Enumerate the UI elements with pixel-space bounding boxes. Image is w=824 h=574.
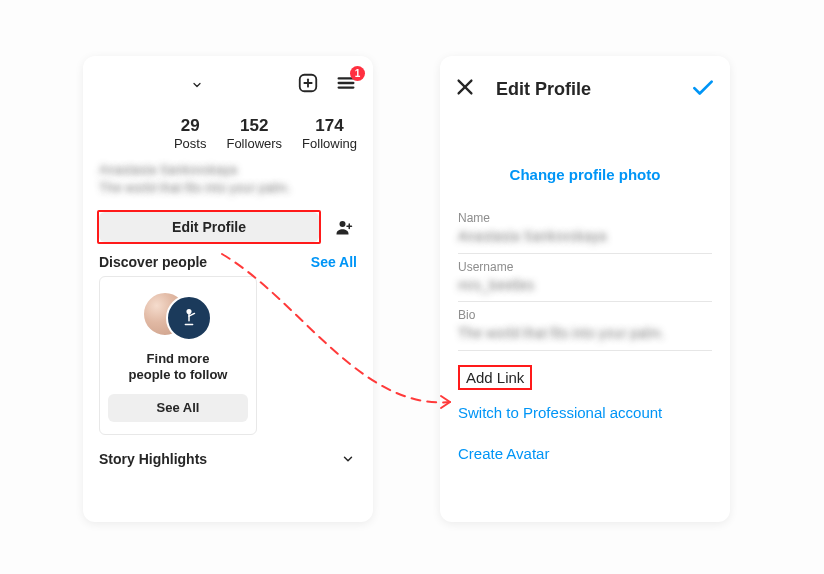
notification-badge: 1 bbox=[350, 66, 365, 81]
field-label: Username bbox=[458, 260, 712, 274]
stat-posts[interactable]: 29 Posts bbox=[174, 116, 207, 151]
discover-people-button[interactable] bbox=[329, 212, 359, 242]
discover-card: Find more people to follow See All bbox=[99, 276, 257, 435]
stat-label: Following bbox=[302, 136, 357, 151]
field-value: Anastasia Sankovskaya bbox=[458, 227, 712, 247]
edit-profile-header: Edit Profile bbox=[440, 68, 730, 114]
stat-count: 152 bbox=[226, 116, 282, 136]
see-all-button[interactable]: See All bbox=[108, 394, 248, 422]
stat-count: 29 bbox=[174, 116, 207, 136]
confirm-button[interactable] bbox=[690, 74, 716, 104]
profile-bio: Anastasia Sankovskaya The world that fit… bbox=[93, 161, 363, 202]
stat-count: 174 bbox=[302, 116, 357, 136]
account-switcher[interactable] bbox=[97, 79, 297, 91]
create-avatar-link[interactable]: Create Avatar bbox=[458, 425, 712, 466]
menu-button[interactable]: 1 bbox=[335, 72, 357, 98]
profile-stats: 29 Posts 152 Followers 174 Following bbox=[99, 116, 357, 151]
stat-label: Followers bbox=[226, 136, 282, 151]
close-icon bbox=[454, 76, 476, 98]
chevron-down-icon bbox=[191, 79, 203, 91]
create-post-button[interactable] bbox=[297, 72, 319, 98]
profile-name: Anastasia Sankovskaya bbox=[99, 161, 357, 179]
bio-field[interactable]: Bio The world that fits into your palm. bbox=[458, 302, 712, 351]
field-value: mrs_beetles bbox=[458, 276, 712, 296]
avatar bbox=[166, 295, 212, 341]
name-field[interactable]: Name Anastasia Sankovskaya bbox=[458, 205, 712, 254]
stat-followers[interactable]: 152 Followers bbox=[226, 116, 282, 151]
stat-label: Posts bbox=[174, 136, 207, 151]
field-label: Name bbox=[458, 211, 712, 225]
profile-screen: 1 29 Posts 152 Followers 174 Following A… bbox=[83, 56, 373, 522]
profile-bio-text: The world that fits into your palm. bbox=[99, 179, 357, 197]
edit-profile-button[interactable]: Edit Profile bbox=[99, 212, 319, 242]
stat-following[interactable]: 174 Following bbox=[302, 116, 357, 151]
change-profile-photo-link[interactable]: Change profile photo bbox=[458, 114, 712, 205]
suggested-avatars bbox=[142, 287, 214, 343]
add-link-button[interactable]: Add Link bbox=[458, 365, 532, 390]
find-more-text: Find more people to follow bbox=[129, 351, 228, 384]
field-value: The world that fits into your palm. bbox=[458, 324, 712, 344]
username-field[interactable]: Username mrs_beetles bbox=[458, 254, 712, 303]
chevron-down-icon bbox=[341, 452, 355, 466]
svg-point-6 bbox=[340, 221, 346, 227]
profile-topbar: 1 bbox=[93, 68, 363, 102]
page-title: Edit Profile bbox=[496, 79, 690, 100]
story-highlights-title: Story Highlights bbox=[99, 451, 207, 467]
add-link-highlight: Add Link bbox=[458, 365, 712, 390]
story-highlights-row[interactable]: Story Highlights bbox=[93, 435, 363, 471]
plus-square-icon bbox=[297, 72, 319, 94]
add-person-icon bbox=[335, 218, 353, 236]
switch-professional-link[interactable]: Switch to Professional account bbox=[458, 390, 712, 425]
edit-profile-highlight: Edit Profile bbox=[97, 210, 321, 244]
edit-profile-screen: Edit Profile Change profile photo Name A… bbox=[440, 56, 730, 522]
paddle-icon bbox=[178, 307, 200, 329]
close-button[interactable] bbox=[454, 76, 476, 102]
see-all-link[interactable]: See All bbox=[311, 254, 357, 270]
field-label: Bio bbox=[458, 308, 712, 322]
discover-people-title: Discover people bbox=[99, 254, 207, 270]
check-icon bbox=[690, 74, 716, 100]
